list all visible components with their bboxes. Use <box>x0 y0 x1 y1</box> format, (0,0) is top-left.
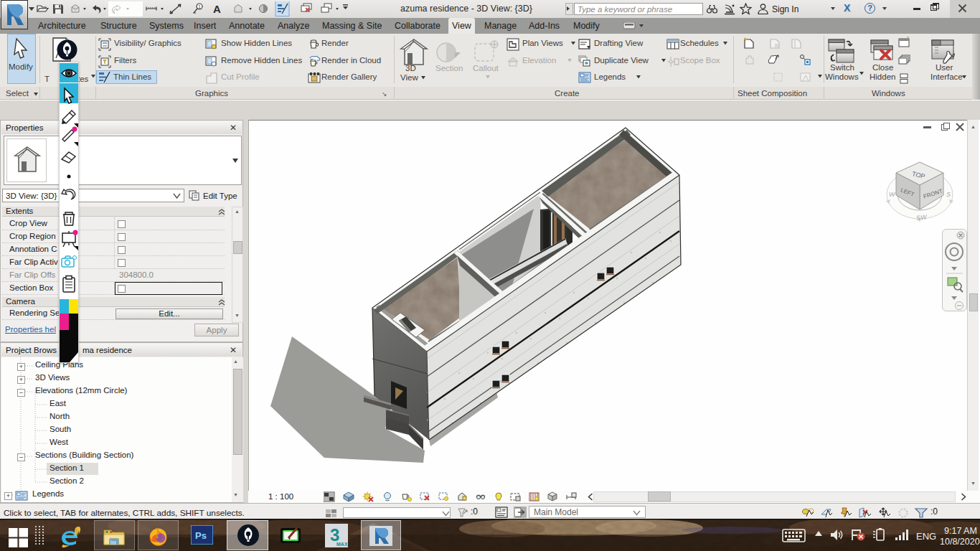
svg-text:A: A <box>213 3 221 15</box>
svg-text:1: 1 <box>198 4 201 9</box>
svg-text:S: S <box>946 191 951 198</box>
svg-text:MAX: MAX <box>336 542 348 547</box>
svg-text:Ps: Ps <box>195 530 207 541</box>
